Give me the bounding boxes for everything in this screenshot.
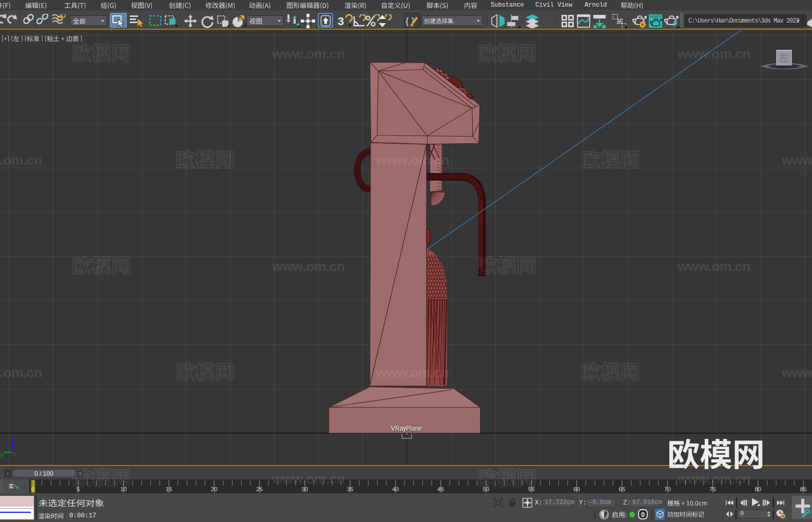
svg-text:60: 60 (573, 486, 580, 492)
svg-text:70: 70 (664, 486, 671, 492)
svg-text:45: 45 (437, 486, 444, 492)
svg-text:z: z (14, 437, 17, 443)
svg-text:80: 80 (755, 486, 761, 492)
svg-text:25: 25 (256, 486, 263, 492)
svg-text:y: y (1, 452, 4, 458)
svg-text:3: 3 (338, 15, 344, 28)
svg-text:40: 40 (392, 486, 399, 492)
svg-text:x: x (13, 451, 16, 457)
svg-text:65: 65 (619, 486, 626, 492)
svg-text:15: 15 (166, 486, 172, 492)
svg-text:20: 20 (211, 486, 218, 492)
svg-text:35: 35 (347, 486, 354, 492)
svg-text:85: 85 (800, 486, 807, 492)
svg-text:0: 0 (31, 486, 34, 492)
